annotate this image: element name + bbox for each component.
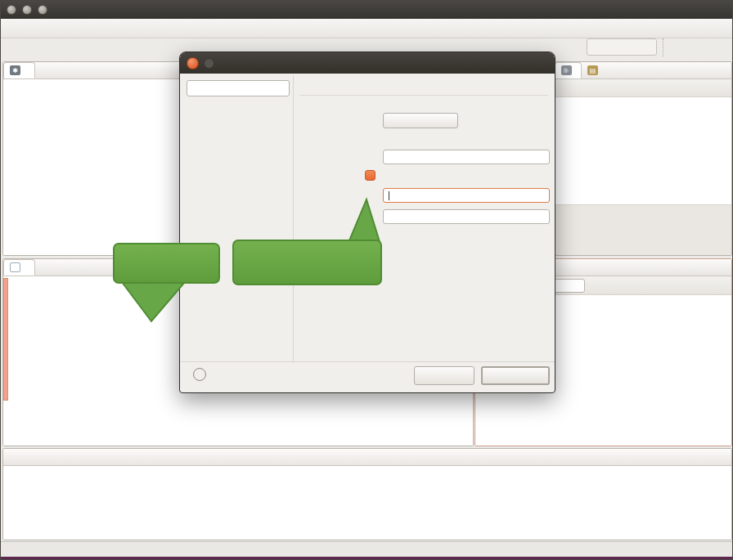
- registers-toolbar: [555, 79, 731, 97]
- tab-debug[interactable]: ✱: [3, 62, 35, 78]
- window-minimize-button[interactable]: [22, 5, 32, 15]
- console-tabbar: [3, 449, 731, 466]
- view-window-controls: [720, 62, 731, 78]
- section-divider: [299, 95, 548, 96]
- dialog-minimize-button[interactable]: [204, 58, 214, 69]
- console-view: [2, 448, 732, 540]
- window-close-button[interactable]: [7, 5, 16, 15]
- dialog-close-button[interactable]: [187, 57, 199, 69]
- help-button[interactable]: [193, 368, 206, 381]
- modules-icon: ▤: [587, 65, 598, 75]
- window-maximize-button[interactable]: [38, 5, 47, 15]
- dialog-titlebar: [180, 52, 555, 74]
- debug-view-icon: ✱: [10, 65, 20, 75]
- tab-modules[interactable]: ▤: [582, 62, 607, 78]
- view-window-controls: [720, 259, 731, 276]
- cancel-button[interactable]: [414, 366, 474, 385]
- eclipse-window: ✱ ⊪ ▤: [0, 0, 733, 560]
- watched-variable-callout: [113, 243, 220, 284]
- registers-view-tabbar: ⊪ ▤: [555, 62, 731, 79]
- console-content[interactable]: [3, 466, 731, 540]
- condition-input[interactable]: [383, 188, 550, 203]
- console-toolbar: [728, 449, 731, 465]
- enabled-checkbox[interactable]: [365, 170, 375, 181]
- text-caret: [389, 191, 389, 200]
- toolbar-separator: [663, 38, 663, 56]
- tab-blink-c[interactable]: [3, 259, 35, 276]
- dialog-divider: [293, 75, 294, 363]
- main-toolbar: [1, 19, 732, 38]
- breakpoint-properties-dialog: [179, 52, 555, 393]
- type-select[interactable]: [383, 113, 458, 128]
- registers-footer: [555, 204, 731, 255]
- window-titlebar: [1, 1, 732, 19]
- registers-icon: ⊪: [561, 65, 572, 75]
- footer-divider: [180, 361, 555, 362]
- ignore-count-input[interactable]: [383, 209, 550, 224]
- registers-content: [555, 97, 731, 204]
- window-bottom-border: [1, 557, 732, 559]
- tab-registers[interactable]: ⊪: [555, 62, 582, 78]
- ok-button[interactable]: [481, 366, 550, 385]
- registers-view: ⊪ ▤: [554, 61, 732, 256]
- range-indicator: [3, 278, 8, 401]
- c-file-icon: [10, 262, 20, 272]
- quick-access-button[interactable]: [587, 38, 657, 56]
- condition-callout: [232, 240, 382, 285]
- line-number-input[interactable]: [383, 150, 550, 164]
- filter-input[interactable]: [187, 80, 290, 96]
